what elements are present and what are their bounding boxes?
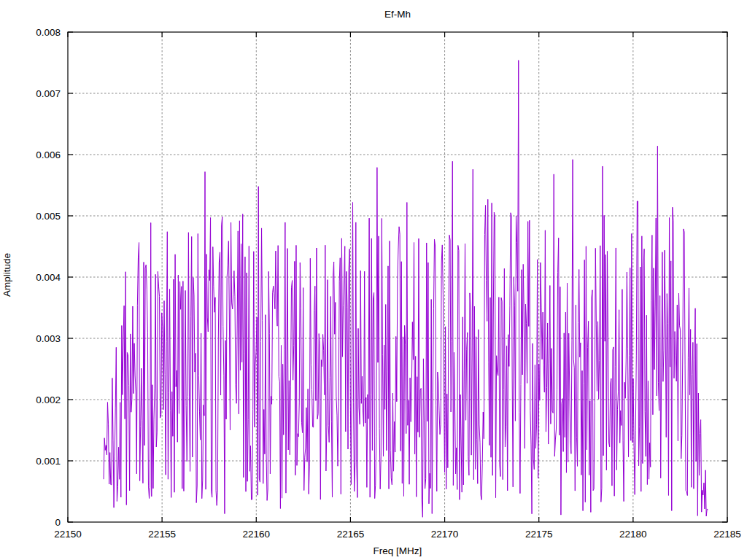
y-tick-label: 0.003	[36, 333, 61, 344]
x-tick-label: 22155	[148, 529, 176, 540]
y-tick-label: 0.001	[36, 456, 61, 467]
y-tick-label: 0.002	[36, 394, 61, 405]
chart-figure: 2215022155221602216522170221752218022185…	[0, 0, 747, 560]
y-axis-label: Amplitude	[1, 253, 12, 297]
y-tick-label: 0.004	[36, 272, 61, 283]
spectrum-chart: 2215022155221602216522170221752218022185…	[0, 0, 747, 560]
y-tick-label: 0	[55, 517, 61, 528]
x-tick-label: 22185	[713, 529, 741, 540]
y-tick-label: 0.008	[36, 27, 61, 38]
y-tick-label: 0.006	[36, 149, 61, 160]
x-tick-label: 22175	[525, 529, 553, 540]
spectrum-trace	[104, 61, 708, 518]
y-tick-label: 0.005	[36, 211, 61, 222]
x-tick-label: 22165	[337, 529, 365, 540]
chart-title: Ef-Mh	[384, 9, 411, 20]
data-series-layer	[104, 61, 708, 518]
x-axis-label: Freq [MHz]	[374, 545, 422, 556]
y-tick-label: 0.007	[36, 88, 61, 99]
x-tick-label: 22170	[431, 529, 459, 540]
x-tick-label: 22160	[243, 529, 271, 540]
x-tick-label: 22150	[54, 529, 82, 540]
x-tick-label: 22180	[619, 529, 647, 540]
